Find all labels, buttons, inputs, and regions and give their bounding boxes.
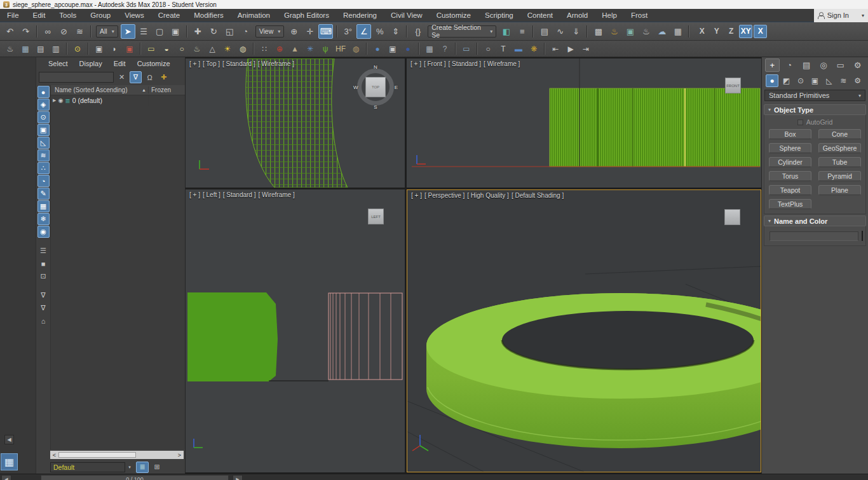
viewport-menu-pov[interactable]: [ Left ] [203, 191, 220, 198]
menu-tools[interactable]: Tools [52, 9, 83, 22]
menu-frost[interactable]: Frost [624, 9, 654, 22]
select-none-icon[interactable]: ■ [37, 257, 50, 270]
viewport-menu-pov[interactable]: [ Perspective ] [424, 192, 465, 199]
sheet2-icon[interactable]: ▥ [49, 42, 63, 56]
explorer-menu-display[interactable]: Display [74, 60, 108, 67]
expand-arrow-icon[interactable]: ▶ [53, 98, 56, 103]
menu-rendering[interactable]: Rendering [336, 9, 384, 22]
ox-icon[interactable]: ◍ [349, 42, 363, 56]
scrollbar-thumb[interactable] [58, 452, 136, 458]
viewport-top[interactable]: [ + ] [ Top ] [ Standard ] [ Wireframe ]… [186, 58, 405, 188]
explorer-menu-select[interactable]: Select [43, 60, 74, 67]
material-shadow-icon[interactable]: ● [401, 42, 415, 56]
monitor-icon[interactable]: ▭ [459, 42, 473, 56]
frozen-column-header[interactable]: Frozen [148, 86, 185, 93]
display-bones-icon[interactable]: ✎ [37, 188, 50, 200]
axis-constraint-z[interactable]: Z [724, 25, 738, 38]
tab-hierarchy[interactable]: ▤ [799, 58, 814, 72]
redo-icon[interactable]: ↷ [18, 24, 33, 39]
subcat-cameras[interactable]: ▣ [808, 74, 821, 87]
box-button[interactable]: Box [769, 129, 811, 139]
viewport-menu-plus[interactable]: [ + ] [189, 60, 200, 67]
select-and-place-icon[interactable]: ◔ [238, 24, 253, 39]
material-editor-icon[interactable]: ▩ [591, 24, 606, 39]
explorer-column-header[interactable]: Name (Sorted Ascending) ▲ Frozen [51, 85, 185, 95]
subcat-space-warps[interactable]: ≋ [837, 74, 850, 87]
tab-motion[interactable]: ◎ [816, 58, 831, 72]
viewport-menu-style[interactable]: [ Standard ] [222, 60, 255, 67]
plane-primitive-icon[interactable]: ▭ [144, 42, 158, 56]
active-layer-field[interactable]: Default [50, 462, 125, 472]
menu-graph-editors[interactable]: Graph Editors [277, 9, 336, 22]
sheet-icon[interactable]: ▤ [34, 42, 48, 56]
sphere-button[interactable]: Sphere [769, 143, 811, 153]
subcat-lights[interactable]: ⊙ [794, 74, 807, 87]
viewport-left[interactable]: [ + ] [ Left ] [ Standard ] [ Wireframe … [186, 189, 405, 472]
explorer-h-scrollbar[interactable]: < > [50, 451, 184, 459]
dome-primitive-icon[interactable]: ◒ [159, 42, 173, 56]
list-options-icon[interactable]: ☰ [37, 245, 50, 257]
rectangular-selection-region-icon[interactable]: ▢ [153, 24, 167, 39]
menu-arnold[interactable]: Arnold [560, 9, 595, 22]
compass-east[interactable]: E [395, 85, 398, 90]
edit-columns-icon[interactable]: ⊡ [37, 270, 50, 282]
bind-to-space-warp-icon[interactable]: ≋ [72, 24, 87, 39]
rendered-frame-window-icon[interactable]: ▣ [623, 24, 637, 39]
menu-help[interactable]: Help [595, 9, 624, 22]
select-object-icon[interactable]: ➤ [121, 24, 135, 39]
lock-icon[interactable]: Ω [144, 71, 156, 83]
select-and-link-icon[interactable]: ∞ [41, 24, 55, 39]
object-color-swatch[interactable] [862, 231, 863, 241]
scroll-left-icon[interactable]: < [50, 452, 58, 458]
subcat-helpers[interactable]: ◺ [823, 74, 836, 87]
viewcube-compass[interactable]: N S W E TOP [355, 66, 397, 108]
percent-snap-toggle-icon[interactable]: % [372, 24, 387, 39]
name-color-rollout-header[interactable]: ▾ Name and Color [764, 216, 866, 226]
building-icon[interactable]: ▦ [423, 42, 437, 56]
compass-south[interactable]: S [374, 104, 377, 110]
named-selection-sets-dropdown[interactable]: Create Selection Se▾ [428, 25, 496, 38]
explorer-menu-edit[interactable]: Edit [108, 60, 132, 67]
snaps-toggle-3d-icon[interactable]: 3° [341, 24, 355, 39]
grass-icon[interactable]: ψ [318, 42, 332, 56]
sign-in-button[interactable]: Sign In ▾ [814, 9, 868, 22]
sign-in-caret-icon[interactable]: ▾ [853, 13, 864, 18]
viewport-menu-pov[interactable]: [ Top ] [203, 60, 220, 67]
selection-filter-dropdown[interactable]: All▾ [96, 25, 118, 38]
viewport-menu-plus[interactable]: [ + ] [410, 60, 421, 67]
frozen-cell[interactable] [148, 95, 185, 106]
menu-modifiers[interactable]: Modifiers [187, 9, 231, 22]
display-lights-icon[interactable]: ⊙ [37, 111, 50, 123]
viewport-menu-shading[interactable]: [ Default Shading ] [512, 192, 564, 199]
cone-button[interactable]: Cone [818, 129, 861, 139]
menu-customize[interactable]: Customize [430, 9, 478, 22]
molecule-icon[interactable]: ⊕ [273, 42, 287, 56]
explorer-menu-customize[interactable]: Customize [132, 60, 176, 67]
layer-name[interactable]: 0 (default) [72, 97, 102, 104]
hf-icon[interactable]: HF [334, 42, 348, 56]
compass-north[interactable]: N [374, 64, 377, 70]
camera-icon[interactable]: ▣ [92, 42, 106, 56]
time-next-button[interactable]: ▶ [233, 475, 243, 480]
viewport-perspective[interactable]: [ + ] [ Perspective ] [ High Quality ] [… [407, 189, 761, 472]
sphere-primitive-icon[interactable]: ◍ [236, 42, 250, 56]
viewport-menu-shading[interactable]: [ Wireframe ] [484, 60, 520, 67]
material-sphere-icon[interactable]: ● [370, 42, 384, 56]
disc-primitive-icon[interactable]: ○ [175, 42, 189, 56]
select-and-move-icon[interactable]: ✚ [191, 24, 205, 39]
viewport-menu-style[interactable]: [ Standard ] [448, 60, 481, 67]
toggle-scene-explorer-icon[interactable]: ▤ [537, 24, 552, 39]
scroll-right-icon[interactable]: > [175, 452, 184, 458]
capsule-icon[interactable]: ▬ [512, 42, 526, 56]
explorer-search-input[interactable] [39, 72, 114, 83]
menu-group[interactable]: Group [83, 9, 118, 22]
axis-constraint-xy[interactable]: XY [739, 25, 752, 38]
viewport-menu-plus[interactable]: [ + ] [411, 192, 422, 199]
viewport-menu-pov[interactable]: [ Front ] [424, 60, 445, 67]
menu-animation[interactable]: Animation [231, 9, 277, 22]
menu-edit[interactable]: Edit [26, 9, 53, 22]
use-pivot-point-center-icon[interactable]: ⊕ [287, 24, 301, 39]
display-particle-systems-icon[interactable]: ∴ [37, 162, 50, 174]
keyboard-shortcut-override-icon[interactable]: ⌨ [318, 24, 333, 39]
teapot-button[interactable]: Teapot [769, 185, 811, 195]
